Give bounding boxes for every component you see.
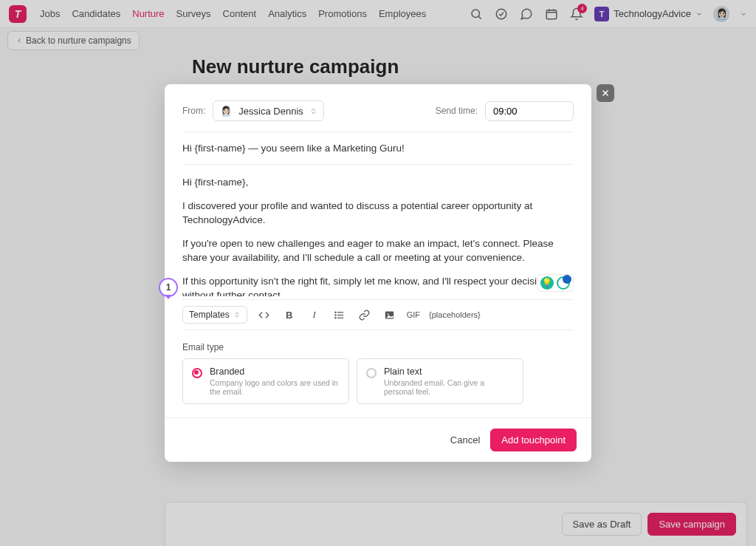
lightbulb-icon[interactable]: 💡	[540, 276, 554, 290]
grammarly-icon[interactable]	[557, 276, 570, 290]
sender-name: Jessica Dennis	[238, 106, 303, 117]
svg-point-12	[335, 317, 336, 318]
sort-icon	[309, 107, 317, 115]
format-toolbar: Templates B I GIF {placeholders}	[182, 299, 574, 330]
email-type-branded[interactable]: Branded Company logo and colors are used…	[182, 358, 349, 404]
svg-point-11	[335, 314, 336, 315]
add-touchpoint-button[interactable]: Add touchpoint	[490, 429, 577, 451]
link-icon[interactable]	[357, 310, 373, 321]
email-type-plain[interactable]: Plain text Unbranded email. Can give a p…	[357, 358, 523, 404]
body-p: If you're open to new challenges and eag…	[182, 236, 574, 265]
annotation-badge: 1	[159, 278, 178, 297]
bold-icon[interactable]: B	[281, 310, 298, 321]
sendtime-input[interactable]	[485, 101, 574, 121]
placeholders-button[interactable]: {placeholders}	[429, 310, 481, 319]
close-icon	[600, 88, 611, 98]
email-body-editor[interactable]: Hi {first-name}, I discovered your profi…	[182, 165, 574, 296]
gif-button[interactable]: GIF	[407, 310, 420, 319]
body-p: I discovered your profile and wanted to …	[182, 199, 574, 228]
from-label: From:	[182, 106, 205, 116]
body-p: Hi {first-name},	[182, 175, 574, 190]
radio-icon	[366, 368, 377, 378]
image-icon[interactable]	[382, 310, 398, 321]
svg-point-14	[388, 313, 389, 315]
option-desc: Company logo and colors are used in the …	[210, 378, 340, 396]
email-type-label: Email type	[182, 342, 574, 352]
email-subject[interactable]: Hi {first-name} — you seem like a Market…	[182, 132, 574, 165]
option-title: Plain text	[384, 366, 514, 377]
cancel-button[interactable]: Cancel	[450, 429, 480, 451]
body-p: If this opportunity isn't the right fit,…	[182, 274, 574, 296]
code-icon[interactable]	[256, 310, 272, 321]
sender-avatar: 👩🏻‍💼	[219, 104, 233, 117]
italic-icon[interactable]: I	[306, 309, 323, 321]
touchpoint-modal: From: 👩🏻‍💼 Jessica Dennis Send time: Hi …	[165, 84, 591, 462]
templates-select[interactable]: Templates	[182, 306, 247, 324]
grammarly-widget[interactable]: 💡	[537, 274, 574, 292]
close-modal-button[interactable]	[597, 84, 614, 102]
from-sender-select[interactable]: 👩🏻‍💼 Jessica Dennis	[213, 100, 323, 121]
list-icon[interactable]	[331, 310, 348, 321]
option-desc: Unbranded email. Can give a personal fee…	[384, 378, 514, 396]
sendtime-label: Send time:	[436, 106, 478, 116]
svg-point-10	[335, 312, 336, 313]
templates-label: Templates	[189, 310, 230, 320]
radio-icon	[192, 368, 202, 378]
option-title: Branded	[210, 366, 340, 377]
sort-icon	[233, 311, 241, 318]
